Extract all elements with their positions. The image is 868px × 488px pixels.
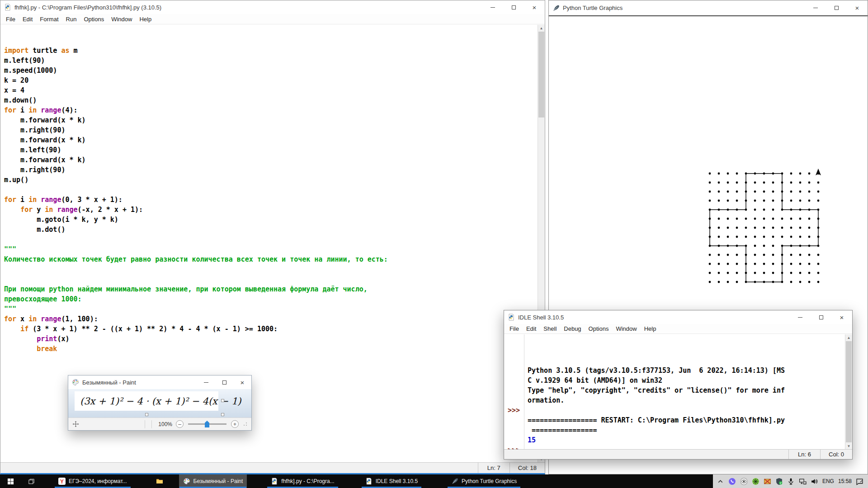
code-line: m.dot() xyxy=(4,225,538,235)
code-line: m.speed(1000) xyxy=(4,66,538,75)
selection-handle[interactable] xyxy=(221,413,224,416)
menu-file[interactable]: File xyxy=(2,14,19,24)
code-line: """ xyxy=(4,244,538,254)
zoom-out-button[interactable] xyxy=(176,420,184,428)
menu-debug[interactable]: Debug xyxy=(560,324,585,333)
zoom-in-button[interactable] xyxy=(231,420,239,428)
shell-prompt xyxy=(504,425,524,435)
maximize-button[interactable] xyxy=(503,0,524,14)
action-center-icon[interactable] xyxy=(856,478,863,485)
taskbar-item-idle-editor[interactable]: fhfhk].py - C:\Progra... xyxy=(267,474,338,488)
shell-titlebar[interactable]: IDLE Shell 3.10.5 xyxy=(504,310,852,324)
scroll-down-icon[interactable] xyxy=(845,443,852,449)
microphone-icon[interactable] xyxy=(787,478,795,485)
scroll-up-icon[interactable] xyxy=(845,334,852,341)
code-line: m.right(90) xyxy=(4,165,538,175)
mail-blocked-icon[interactable] xyxy=(764,478,771,485)
shell-text: Python 3.10.5 (tags/v3.10.5:f377153, Jun… xyxy=(524,366,785,375)
code-line: m.left(90) xyxy=(4,145,538,155)
zoom-slider[interactable] xyxy=(188,423,226,425)
eye-icon[interactable] xyxy=(740,478,748,485)
selection-handle[interactable] xyxy=(221,399,224,402)
paint-titlebar[interactable]: Безымянный - Paint xyxy=(68,375,251,389)
minimize-button[interactable] xyxy=(197,375,215,389)
network-icon[interactable] xyxy=(799,478,807,485)
close-button[interactable] xyxy=(233,375,251,389)
shell-line: ================ xyxy=(504,425,845,435)
maximize-button[interactable] xyxy=(215,375,233,389)
code-line: m.goto(i * k, y * k) xyxy=(4,215,538,225)
taskbar-item-idle-shell[interactable]: IDLE Shell 3.10.5 xyxy=(361,474,422,488)
scroll-thumb[interactable] xyxy=(846,341,852,442)
close-button[interactable] xyxy=(847,0,868,15)
shell-prompt xyxy=(504,415,524,425)
menu-edit[interactable]: Edit xyxy=(19,14,36,24)
code-line xyxy=(4,185,538,195)
menu-window[interactable]: Window xyxy=(612,324,640,333)
column-indicator: Col: 0 xyxy=(820,450,852,459)
editor-titlebar[interactable]: fhfhk].py - C:\Program Files\Python310\f… xyxy=(0,0,545,14)
close-button[interactable] xyxy=(524,0,545,14)
task-view-button[interactable] xyxy=(21,474,42,488)
shell-line: 15 xyxy=(504,435,845,445)
start-button[interactable] xyxy=(0,474,21,488)
menu-help[interactable]: Help xyxy=(136,14,155,24)
code-line: m.down() xyxy=(4,95,538,105)
maximize-button[interactable] xyxy=(826,0,847,15)
code-line: m.forward(x * k) xyxy=(4,135,538,145)
shell-line: Type "help", "copyright", "credits" or "… xyxy=(504,385,845,395)
menu-options[interactable]: Options xyxy=(80,14,108,24)
taskbar-item-turtle-graphics[interactable]: Python Turtle Graphics xyxy=(447,474,521,488)
speaker-icon[interactable] xyxy=(811,478,818,485)
zoom-slider-thumb[interactable] xyxy=(205,421,209,427)
menu-window[interactable]: Window xyxy=(108,14,136,24)
selection-handle[interactable] xyxy=(145,413,148,416)
antivirus-icon[interactable] xyxy=(752,478,760,485)
code-line: break xyxy=(4,344,538,354)
paint-canvas[interactable]: (3x + 1)² − 4 · (x + 1)² − 4(x − 1) xyxy=(68,389,251,418)
resize-grip[interactable] xyxy=(243,422,247,426)
code-line: превосходящее 1000: xyxy=(4,294,538,304)
shell-scrollbar[interactable] xyxy=(845,334,852,449)
menu-file[interactable]: File xyxy=(506,324,523,333)
shell-text: 15 xyxy=(524,435,536,445)
menu-options[interactable]: Options xyxy=(585,324,613,333)
defender-shield-icon[interactable] xyxy=(775,478,783,485)
menu-edit[interactable]: Edit xyxy=(523,324,540,333)
shell-text: Type "help", "copyright", "credits" or "… xyxy=(524,385,785,395)
line-indicator: Ln: 7 xyxy=(478,463,509,473)
menu-help[interactable]: Help xyxy=(641,324,660,333)
menu-shell[interactable]: Shell xyxy=(540,324,560,333)
column-indicator: Col: 18 xyxy=(509,463,545,473)
taskbar-item-label: Python Turtle Graphics xyxy=(462,478,517,484)
close-button[interactable] xyxy=(831,310,852,324)
scroll-thumb[interactable] xyxy=(538,32,544,117)
taskbar-item-paint[interactable]: Безымянный - Paint xyxy=(179,474,247,488)
turtle-titlebar[interactable]: Python Turtle Graphics xyxy=(549,0,868,15)
code-line: import turtle as m xyxy=(4,46,538,56)
taskbar-item-yandex-browser[interactable]: YЕГЭ–2024, информат... xyxy=(54,474,131,488)
scroll-up-icon[interactable] xyxy=(538,25,545,31)
minimize-button[interactable] xyxy=(482,0,503,14)
menu-run[interactable]: Run xyxy=(62,14,80,24)
hidden-icons-icon[interactable] xyxy=(717,478,724,485)
language-indicator[interactable]: ENG xyxy=(822,478,834,484)
minimize-button[interactable] xyxy=(805,0,826,15)
menu-format[interactable]: Format xyxy=(36,14,62,24)
viber-icon[interactable] xyxy=(728,478,736,485)
clock[interactable]: 15:58 xyxy=(838,478,852,484)
taskbar-item-label: Безымянный - Paint xyxy=(193,478,243,484)
minimize-button[interactable] xyxy=(790,310,811,324)
shell-line: ormation. xyxy=(504,395,845,405)
code-line xyxy=(4,274,538,284)
shell-line: C v.1929 64 bit (AMD64)] on win32 xyxy=(504,375,845,385)
maximize-button[interactable] xyxy=(811,310,831,324)
shell-prompt: >>> xyxy=(504,445,524,449)
turtle-window-title: Python Turtle Graphics xyxy=(563,5,805,11)
taskbar-item-file-explorer[interactable] xyxy=(149,474,170,488)
system-tray: ENG 15:58 xyxy=(713,474,868,488)
pasted-formula-selection[interactable]: (3x + 1)² − 4 · (x + 1)² − 4(x − 1) xyxy=(75,391,218,411)
shell-prompt xyxy=(504,385,524,395)
taskbar: YЕГЭ–2024, информат...Безымянный - Paint… xyxy=(0,474,868,488)
shell-text-area[interactable]: Python 3.10.5 (tags/v3.10.5:f377153, Jun… xyxy=(504,334,845,449)
